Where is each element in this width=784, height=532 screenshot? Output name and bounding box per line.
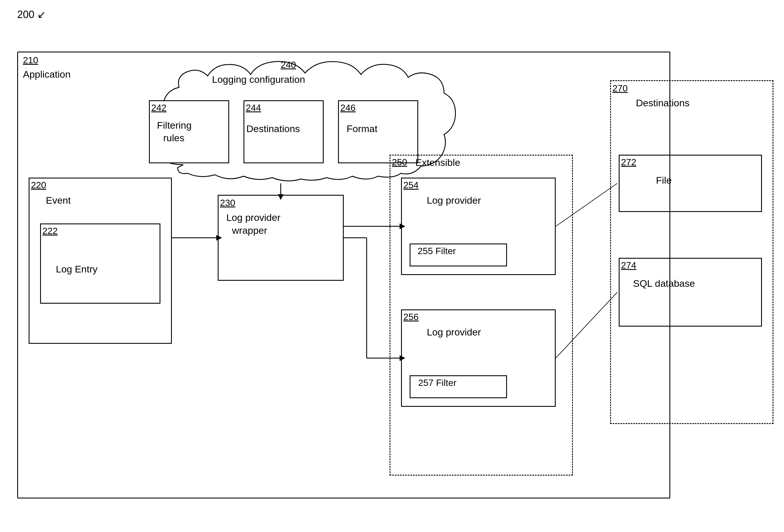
- diagram: 200 ↙ 210 Application 240 Logging config…: [0, 0, 784, 532]
- box-274-label: SQL database: [633, 278, 695, 289]
- box-272-num: 272: [621, 157, 636, 168]
- box-274-num: 274: [621, 260, 636, 271]
- box-220-label: Event: [46, 195, 71, 206]
- box-256-num: 256: [403, 312, 419, 322]
- box-274: [619, 258, 762, 327]
- box-222-num: 222: [43, 226, 58, 236]
- box-242-text2: rules: [163, 132, 185, 143]
- box-246-num: 246: [340, 103, 356, 113]
- box-257-label: 257 Filter: [418, 377, 456, 388]
- box-272: [619, 155, 762, 212]
- box-246-label: Format: [346, 123, 377, 134]
- box-254-label: Log provider: [427, 195, 481, 206]
- box-230-text1: Log provider: [226, 212, 280, 223]
- box-250-num: 250: [392, 157, 407, 168]
- box-230: [218, 195, 344, 281]
- box-222-label: Log Entry: [56, 263, 98, 275]
- box-242-num: 242: [151, 103, 166, 113]
- box-220-num: 220: [31, 180, 46, 191]
- box-270: [610, 80, 774, 424]
- fig-arrow: ↙: [37, 8, 46, 20]
- box-230-text2: wrapper: [232, 225, 267, 236]
- box-250-label: Extensible: [415, 157, 460, 168]
- box-256-label: Log provider: [427, 327, 481, 338]
- box-270-label: Destinations: [636, 97, 690, 109]
- box-244-label: Destinations: [246, 123, 300, 134]
- box-255-label: 255 Filter: [418, 246, 456, 256]
- box-270-num: 270: [612, 83, 627, 94]
- fig-num: 200: [17, 8, 34, 20]
- box-242-text1: Filtering: [157, 120, 192, 131]
- box-272-label: File: [656, 175, 672, 186]
- box-230-num: 230: [220, 198, 235, 208]
- box-244-num: 244: [246, 103, 261, 113]
- cloud-240-label: Logging configuration: [212, 74, 305, 85]
- fig-label: 200 ↙: [17, 8, 46, 21]
- box-254-num: 254: [403, 180, 419, 191]
- box-210-num: 210: [23, 55, 38, 65]
- box-210-label: Application: [23, 69, 71, 80]
- cloud-240-num: 240: [281, 60, 296, 70]
